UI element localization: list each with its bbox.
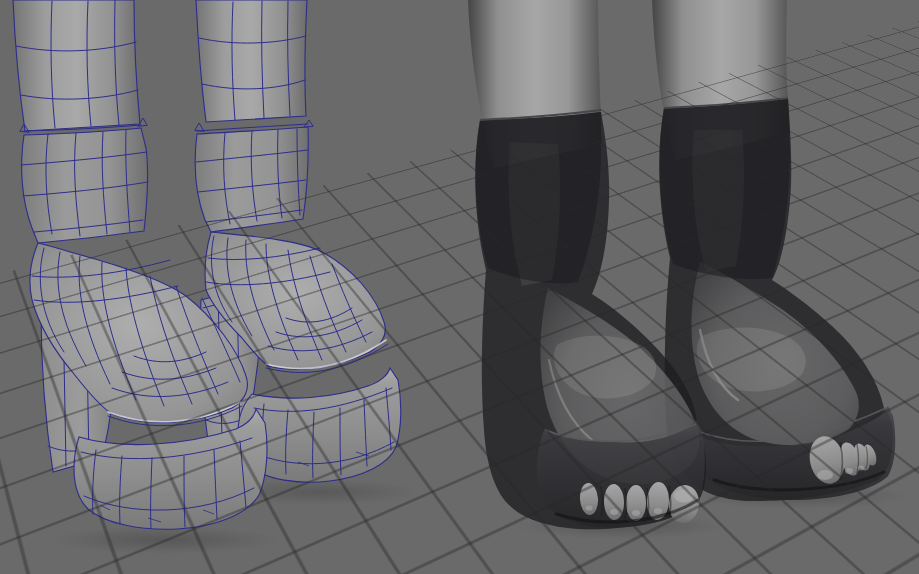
toenail — [632, 510, 640, 516]
leg-mesh — [196, 0, 307, 122]
cuff-flare — [304, 120, 313, 127]
cuff-overlay — [476, 112, 601, 283]
cuff-overlay — [660, 98, 790, 279]
toenail — [654, 508, 662, 514]
scene-svg — [0, 0, 919, 574]
model-xray-pair[interactable] — [468, 0, 910, 539]
toenail — [845, 468, 853, 474]
model-wireframe-pair[interactable] — [13, 0, 420, 554]
wireframe-right-leg[interactable] — [196, 0, 307, 122]
boot-cuff — [22, 128, 148, 243]
toenail — [858, 466, 864, 471]
toenail — [674, 490, 694, 503]
viewport-3d[interactable] — [0, 0, 919, 574]
wireframe-right-boot[interactable] — [195, 120, 401, 482]
contact-shadow — [50, 526, 280, 554]
wireframe-left-leg[interactable] — [13, 0, 140, 131]
cuff-flare — [195, 123, 204, 131]
toenail — [586, 505, 593, 510]
toenail — [610, 509, 618, 515]
toenail — [817, 470, 833, 480]
leg-mesh — [13, 0, 140, 131]
